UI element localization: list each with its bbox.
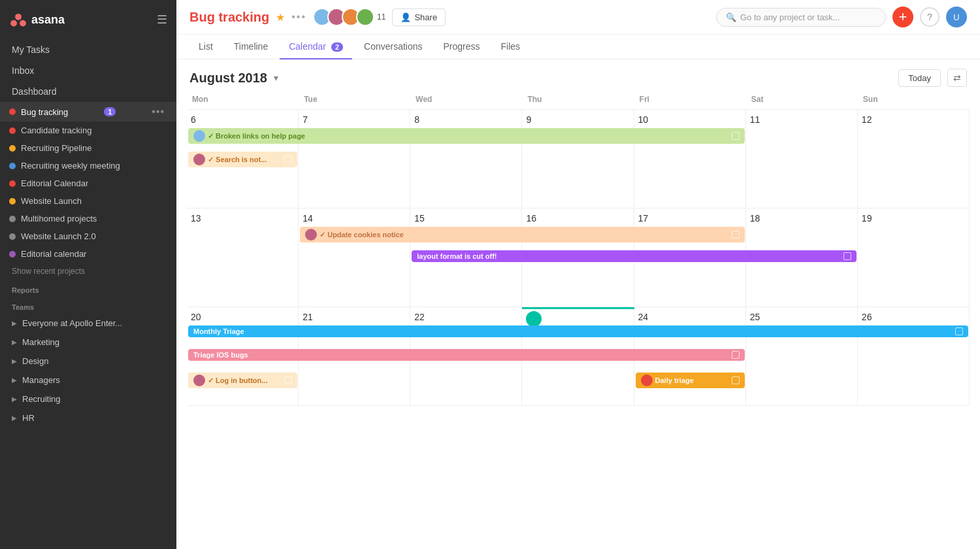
help-button[interactable]: ? [920,7,939,27]
sidebar-project-item[interactable]: Candidate tracking [0,122,176,139]
tab-label: Files [501,41,521,52]
search-box[interactable]: 🔍 Go to any project or task... [716,8,886,27]
sidebar-project-item[interactable]: Website Launch 2.0 [0,227,176,245]
project-label: Editorial Calendar [21,178,88,188]
sidebar-project-item[interactable]: Recruiting Pipeline [0,139,176,157]
event-avatar [193,130,205,142]
day-cell[interactable]: 9 [522,110,634,208]
tab-list[interactable]: List [189,35,222,59]
week-row: 20212223242526Monthly TriageTriage IOS b… [187,307,970,406]
sidebar-item-my-tasks[interactable]: My Tasks [0,39,176,60]
day-cell[interactable]: 8 [410,110,522,208]
tab-label: Timeline [234,41,268,52]
sidebar-item-dashboard[interactable]: Dashboard [0,81,176,102]
event-checkbox[interactable] [732,231,740,239]
calendar-event[interactable]: ✓ Log in button... [188,373,297,388]
project-list: Bug tracking 1 ••• Candidate tracking Re… [0,102,176,263]
event-avatar [641,374,653,386]
sidebar: asana ☰ My Tasks Inbox Dashboard Bug tra… [0,0,176,549]
calendar-event[interactable]: ✓ Update cookies notice [300,227,745,242]
project-dot [9,233,16,240]
sidebar-collapse-button[interactable]: ☰ [157,12,167,27]
project-label: Website Launch [21,196,82,206]
topbar: Bug tracking ★ ••• 11 👤 Share 🔍 Go to an… [176,0,980,35]
project-dot [9,198,16,205]
member-avatars: 11 [313,8,385,26]
filter-button[interactable]: ⇄ [947,69,967,87]
calendar-event[interactable]: Daily triage [636,373,745,388]
calendar-event[interactable]: ✓ Broken links on help page [188,128,745,144]
show-recent-projects[interactable]: Show recent projects [0,263,176,280]
share-button[interactable]: 👤 Share [392,8,446,26]
more-icon[interactable]: ••• [291,11,306,23]
star-icon[interactable]: ★ [276,11,285,24]
sidebar-team-marketing[interactable]: ▶ Marketing [0,333,176,352]
project-more-icon[interactable]: ••• [152,106,165,118]
day-cell[interactable]: 25 [746,307,858,405]
member-count: 11 [377,12,385,22]
sidebar-project-item[interactable]: Multihomed projects [0,210,176,227]
project-badge: 1 [104,107,116,116]
svg-point-0 [15,14,22,20]
sidebar-item-inbox[interactable]: Inbox [0,60,176,81]
sidebar-project-item[interactable]: Bug tracking 1 ••• [0,102,176,122]
team-label: Everyone at Apollo Enter... [22,318,122,328]
day-cell[interactable]: 12 [858,110,970,208]
project-dot [9,108,16,115]
tab-timeline[interactable]: Timeline [225,35,277,59]
day-cell[interactable]: 26 [858,307,970,405]
project-label: Editorial calendar [21,249,86,259]
calendar-event[interactable]: ✓ Search is not... [188,152,297,167]
svg-point-1 [10,20,17,27]
tab-calendar[interactable]: Calendar 2 [280,35,352,59]
day-number: 26 [862,312,872,322]
sidebar-team-everyone[interactable]: ▶ Everyone at Apollo Enter... [0,314,176,333]
sidebar-team-recruiting[interactable]: ▶ Recruiting [0,390,176,408]
team-expand-icon: ▶ [12,414,17,422]
event-checkbox[interactable] [955,327,963,335]
today-button[interactable]: Today [898,69,941,87]
asana-logo[interactable]: asana [9,10,65,29]
tab-progress[interactable]: Progress [434,35,489,59]
event-checkbox[interactable] [843,252,851,260]
day-cell[interactable]: 7 [299,110,410,208]
day-number: 21 [302,312,313,322]
event-avatar [193,374,205,386]
project-dot [9,163,16,169]
tab-conversations[interactable]: Conversations [355,35,432,59]
sidebar-project-item[interactable]: Website Launch [0,192,176,210]
tab-files[interactable]: Files [492,35,530,59]
add-button[interactable]: + [892,7,913,27]
sidebar-project-item[interactable]: Recruiting weekly meeting [0,157,176,175]
calendar-event[interactable]: layout format is cut off! [412,250,857,262]
day-number: 16 [526,213,536,224]
day-number: 10 [638,114,649,125]
month-dropdown-icon[interactable]: ▾ [274,73,278,83]
event-label: ✓ Broken links on help page [208,132,727,141]
calendar-toolbar: August 2018 ▾ Today ⇄ [176,59,980,92]
day-header: Wed [410,92,522,107]
sidebar-team-managers[interactable]: ▶ Managers [0,371,176,390]
sidebar-project-item[interactable]: Editorial Calendar [0,175,176,192]
day-cell[interactable]: 13 [187,208,299,307]
event-checkbox[interactable] [284,376,292,384]
event-checkbox[interactable] [732,351,740,359]
calendar-grid: MonTueWedThuFriSatSun 6789101112✓ Broken… [176,92,980,549]
sidebar-team-design[interactable]: ▶ Design [0,352,176,371]
day-number: 8 [414,114,419,125]
user-avatar[interactable]: U [946,7,967,27]
event-checkbox[interactable] [732,132,740,140]
day-header: Sat [746,92,858,107]
sidebar-team-hr[interactable]: ▶ HR [0,408,176,427]
event-checkbox[interactable] [284,156,292,163]
sidebar-project-item[interactable]: Editorial calendar [0,245,176,263]
day-cell[interactable]: 14 [299,208,410,307]
event-checkbox[interactable] [732,376,740,384]
day-cell[interactable]: 11 [746,110,858,208]
day-number: 22 [414,312,425,322]
project-label: Bug tracking [21,107,68,117]
calendar-event[interactable]: Monthly Triage [188,325,968,337]
calendar-event[interactable]: Triage IOS bugs [188,349,745,361]
day-cell[interactable]: 19 [858,208,970,307]
day-cell[interactable]: 10 [634,110,746,208]
